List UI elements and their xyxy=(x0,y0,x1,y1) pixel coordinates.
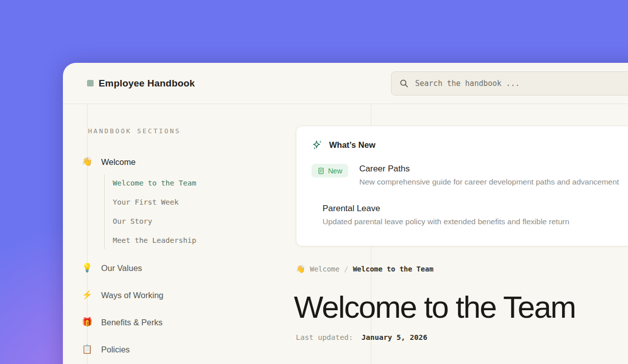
document-icon xyxy=(318,167,325,174)
sidebar-item-ways-of-working[interactable]: ⚡ Ways of Working xyxy=(81,289,164,301)
sidebar-item-label: Benefits & Perks xyxy=(101,318,163,327)
sidebar-item-label: Our Values xyxy=(101,263,142,273)
news-item-description: New comprehensive guide for career devel… xyxy=(359,177,619,187)
whats-new-title: What’s New xyxy=(329,140,375,150)
sidebar-subitem-our-story[interactable]: Our Story xyxy=(113,217,152,225)
news-item-title: Career Paths xyxy=(359,164,619,174)
lightbulb-icon: 💡 xyxy=(81,262,93,274)
sidebar-subitem-your-first-week[interactable]: Your First Week xyxy=(113,198,179,206)
news-text: Career Paths New comprehensive guide for… xyxy=(359,164,619,187)
sidebar-heading: HANDBOOK SECTIONS xyxy=(88,127,181,135)
last-updated-label: Last updated: xyxy=(296,333,353,341)
sidebar-subtree-line xyxy=(104,174,105,249)
last-updated-value: January 5, 2026 xyxy=(361,333,427,341)
search-icon xyxy=(400,79,409,88)
breadcrumb-separator: / xyxy=(344,265,348,273)
sidebar-item-our-values[interactable]: 💡 Our Values xyxy=(81,262,142,274)
sidebar-subitem-meet-the-leadership[interactable]: Meet the Leadership xyxy=(113,236,196,244)
sidebar-item-label: Policies xyxy=(101,345,130,354)
search-box[interactable] xyxy=(391,71,628,96)
news-item-parental-leave[interactable]: Updated Parental Leave Updated parental … xyxy=(311,204,628,226)
breadcrumb-section[interactable]: Welcome xyxy=(310,265,340,273)
sidebar-item-welcome[interactable]: 👋 Welcome xyxy=(81,156,135,168)
wave-icon: 👋 xyxy=(81,156,93,168)
news-item-career-paths[interactable]: New Career Paths New comprehensive guide… xyxy=(311,164,628,187)
app-window: Employee Handbook HANDBOOK SECTIONS 👋 We… xyxy=(63,63,628,364)
sidebar-item-benefits-perks[interactable]: 🎁 Benefits & Perks xyxy=(81,316,163,328)
sidebar-item-label: Ways of Working xyxy=(101,291,164,300)
news-item-title: Parental Leave xyxy=(323,204,569,214)
search-input[interactable] xyxy=(415,79,628,88)
news-text: Parental Leave Updated parental leave po… xyxy=(323,204,569,226)
whats-new-card: What’s New New Career Paths New comprehe… xyxy=(296,126,628,246)
last-updated: Last updated: January 5, 2026 xyxy=(296,333,427,341)
app-logo-icon xyxy=(87,80,94,86)
whats-new-header: What’s New xyxy=(311,139,628,151)
new-badge: New xyxy=(311,164,348,177)
news-item-description: Updated parental leave policy with exten… xyxy=(323,217,569,226)
app-header: Employee Handbook xyxy=(63,63,628,104)
badge-label: New xyxy=(328,167,342,175)
clipboard-icon: 📋 xyxy=(81,343,93,355)
wave-icon: 👋 xyxy=(296,264,305,274)
breadcrumb-page: Welcome to the Team xyxy=(353,265,433,273)
lightning-icon: ⚡ xyxy=(81,289,93,301)
app-title: Employee Handbook xyxy=(99,78,195,89)
sidebar-subitem-welcome-to-the-team[interactable]: Welcome to the Team xyxy=(113,179,196,187)
sparkles-icon xyxy=(311,139,323,151)
gift-icon: 🎁 xyxy=(81,316,93,328)
sidebar-item-policies[interactable]: 📋 Policies xyxy=(81,343,130,355)
breadcrumb: 👋 Welcome / Welcome to the Team xyxy=(296,264,433,274)
sidebar-item-label: Welcome xyxy=(101,157,135,167)
page-title: Welcome to the Team xyxy=(294,289,575,325)
